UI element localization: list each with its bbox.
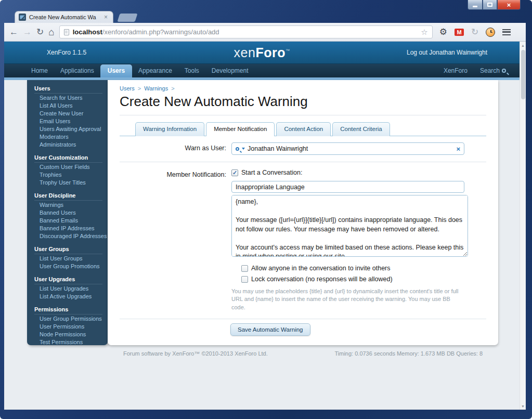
sidebar-item-list-all-users[interactable]: List All Users bbox=[34, 101, 108, 109]
allow-invite-check: Allow anyone in the conversation to invi… bbox=[241, 265, 486, 272]
maximize-icon bbox=[487, 3, 492, 7]
breadcrumb-users[interactable]: Users bbox=[120, 85, 135, 91]
lock-conversation-checkbox[interactable] bbox=[241, 276, 248, 283]
reload-icon[interactable]: ↻ bbox=[36, 28, 44, 36]
sync-icon[interactable]: ↻ bbox=[471, 27, 478, 37]
nav-item-tools[interactable]: Tools bbox=[178, 64, 205, 77]
xenforo-header: XenForo 1.1.5 xenForo™ Log out Jonathan … bbox=[4, 42, 520, 64]
conversation-title-input[interactable] bbox=[231, 181, 464, 193]
allow-invite-checkbox[interactable] bbox=[241, 265, 248, 272]
sidebar-item-discouraged-ip-addresses[interactable]: Discouraged IP Addresses bbox=[34, 232, 108, 240]
tab-member-notification[interactable]: Member Notification bbox=[206, 122, 275, 136]
clock-icon[interactable] bbox=[486, 28, 495, 37]
warn-as-user-input[interactable]: Jonathan Wainwright × bbox=[231, 142, 464, 155]
lock-conversation-label[interactable]: Lock conversation (no responses will be … bbox=[251, 276, 393, 283]
sidebar-item-administrators[interactable]: Administrators bbox=[34, 140, 108, 148]
window-controls: × bbox=[468, 0, 521, 10]
sidebar-item-banned-emails[interactable]: Banned Emails bbox=[34, 216, 108, 224]
footer-stats: Timing: 0.0736 seconds Memory: 1.673 MB … bbox=[335, 350, 483, 357]
menu-icon[interactable] bbox=[502, 29, 511, 35]
new-tab-button[interactable] bbox=[117, 14, 137, 22]
bookmark-star-icon[interactable]: ☆ bbox=[421, 28, 427, 37]
start-conversation-check: ✓ Start a Conversation: bbox=[231, 169, 486, 176]
forward-icon[interactable]: → bbox=[23, 28, 32, 36]
close-button[interactable]: × bbox=[497, 0, 521, 10]
home-icon[interactable]: ⌂ bbox=[48, 27, 54, 37]
sidebar-item-trophy-user-titles[interactable]: Trophy User Titles bbox=[34, 178, 108, 186]
breadcrumb-separator: > bbox=[138, 85, 141, 91]
clear-user-icon[interactable]: × bbox=[456, 145, 460, 153]
browser-tab[interactable]: Create New Automatic Wa × bbox=[15, 11, 113, 23]
nav-item-users[interactable]: Users bbox=[100, 64, 132, 77]
sidebar-section-user-discipline: User Discipline Warnings Banned Users Ba… bbox=[34, 191, 108, 240]
sidebar-item-user-group-permissions[interactable]: User Group Permissions bbox=[34, 315, 108, 322]
nav-item-home[interactable]: Home bbox=[25, 64, 54, 77]
nav-xenforo-link[interactable]: XenForo bbox=[437, 64, 474, 77]
main-panel: Users > Warnings > Create New Automatic … bbox=[108, 80, 498, 345]
sidebar-item-email-users[interactable]: Email Users bbox=[34, 117, 108, 125]
logo-xen: xen bbox=[234, 45, 256, 60]
sidebar-item-users-awaiting-approval[interactable]: Users Awaiting Approval bbox=[34, 125, 108, 133]
sidebar-item-custom-user-fields[interactable]: Custom User Fields bbox=[34, 163, 108, 171]
page-footer: Forum software by XenForo™ ©2010-2013 Xe… bbox=[108, 350, 498, 357]
nav-search[interactable]: Search bbox=[474, 64, 512, 77]
nav-item-appearance[interactable]: Appearance bbox=[132, 64, 178, 77]
minimize-button[interactable] bbox=[468, 0, 483, 10]
tab-content-criteria[interactable]: Content Criteria bbox=[332, 122, 390, 136]
url-text[interactable]: localhost/xenforo/admin.php?warnings/aut… bbox=[73, 28, 418, 36]
sidebar-item-test-permissions[interactable]: Test Permissions bbox=[34, 338, 108, 345]
lock-conversation-check: Lock conversation (no responses will be … bbox=[241, 276, 486, 283]
tab-content-action[interactable]: Content Action bbox=[276, 122, 331, 136]
sidebar-item-trophies[interactable]: Trophies bbox=[34, 171, 108, 178]
member-notification-label: Member Notification: bbox=[120, 169, 231, 178]
tab-close-icon[interactable]: × bbox=[104, 14, 108, 20]
minimize-icon bbox=[473, 6, 477, 7]
sidebar-section-users: Users Search for Users List All Users Cr… bbox=[34, 84, 108, 148]
window-frame-bottom bbox=[0, 410, 532, 419]
conversation-message-textarea[interactable]: {name}, Your message ([url={url}]{title}… bbox=[231, 195, 468, 257]
sidebar-item-create-new-user[interactable]: Create New User bbox=[34, 109, 108, 117]
sidebar-item-node-permissions[interactable]: Node Permissions bbox=[34, 330, 108, 338]
maximize-button[interactable] bbox=[483, 0, 497, 10]
sidebar-item-list-user-upgrades[interactable]: List User Upgrades bbox=[34, 284, 108, 292]
scrollbar-thumb[interactable] bbox=[521, 50, 525, 99]
sidebar-heading: User Discipline bbox=[34, 191, 102, 201]
sidebar-item-user-permissions[interactable]: User Permissions bbox=[34, 322, 108, 330]
page-viewport: XenForo 1.1.5 xenForo™ Log out Jonathan … bbox=[4, 42, 526, 410]
warn-as-user-row: Warn as User: Jonathan Wainwright × bbox=[120, 142, 486, 155]
allow-invite-label[interactable]: Allow anyone in the conversation to invi… bbox=[251, 265, 391, 272]
page-body: Users Search for Users List All Users Cr… bbox=[4, 80, 520, 410]
gear-icon[interactable]: ⚙ bbox=[439, 27, 447, 37]
logo-foro: Foro bbox=[255, 45, 286, 60]
warn-as-user-label: Warn as User: bbox=[120, 142, 231, 152]
sidebar-heading: User Groups bbox=[34, 245, 102, 254]
tab-warning-information[interactable]: Warning Information bbox=[135, 122, 204, 136]
browser-toolbar: ← → ↻ ⌂ localhost/xenforo/admin.php?warn… bbox=[4, 23, 526, 42]
sidebar-item-search-for-users[interactable]: Search for Users bbox=[34, 94, 108, 101]
breadcrumb-warnings[interactable]: Warnings bbox=[144, 85, 168, 91]
chevron-down-icon bbox=[242, 148, 245, 150]
nav-item-applications[interactable]: Applications bbox=[54, 64, 100, 77]
admin-nav: Home Applications Users Appearance Tools… bbox=[4, 64, 520, 77]
sidebar-item-list-user-groups[interactable]: List User Groups bbox=[34, 254, 108, 262]
sidebar-item-user-group-promotions[interactable]: User Group Promotions bbox=[34, 262, 108, 270]
start-conversation-checkbox[interactable]: ✓ bbox=[231, 169, 238, 176]
save-automatic-warning-button[interactable]: Save Automatic Warning bbox=[230, 323, 310, 336]
close-icon: × bbox=[507, 2, 511, 8]
sidebar-item-list-active-upgrades[interactable]: List Active Upgrades bbox=[34, 292, 108, 300]
nav-right: XenForo Search bbox=[437, 64, 512, 77]
start-conversation-label[interactable]: Start a Conversation: bbox=[241, 169, 302, 176]
scroll-up-icon[interactable]: ▲ bbox=[521, 42, 525, 49]
sidebar-item-banned-users[interactable]: Banned Users bbox=[34, 208, 108, 216]
nav-item-development[interactable]: Development bbox=[205, 64, 255, 77]
sidebar-item-warnings[interactable]: Warnings bbox=[34, 201, 108, 208]
scroll-down-icon[interactable]: ▼ bbox=[521, 402, 525, 410]
gmail-icon[interactable]: M bbox=[455, 29, 464, 36]
logout-link[interactable]: Log out Jonathan Wainwright bbox=[407, 49, 487, 56]
sidebar-item-banned-ip-addresses[interactable]: Banned IP Addresses bbox=[34, 224, 108, 232]
url-bar[interactable]: localhost/xenforo/admin.php?warnings/aut… bbox=[59, 25, 433, 38]
back-icon[interactable]: ← bbox=[9, 28, 18, 36]
sidebar-item-moderators[interactable]: Moderators bbox=[34, 133, 108, 140]
member-notification-form: Warn as User: Jonathan Wainwright × bbox=[120, 136, 486, 336]
sidebar-heading: User Customization bbox=[34, 153, 102, 163]
